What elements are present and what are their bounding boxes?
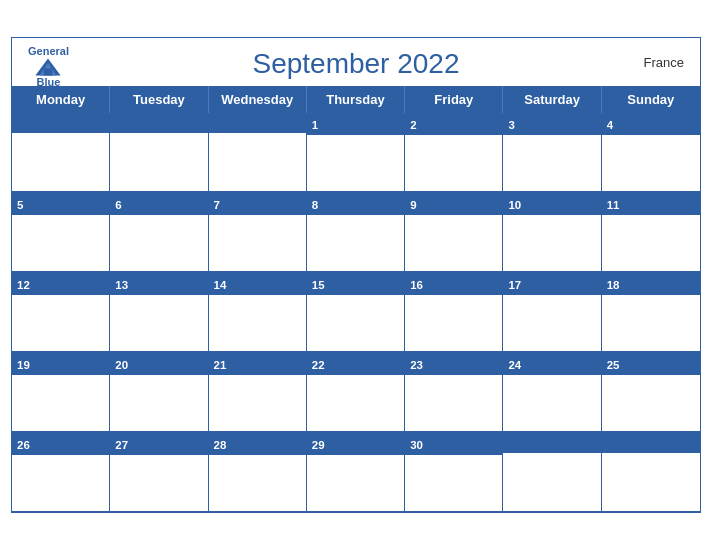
- day-body: [405, 455, 502, 511]
- day-cell: 17: [503, 273, 601, 352]
- day-cell: 25: [602, 353, 700, 432]
- day-cell: 24: [503, 353, 601, 432]
- day-number: 7: [214, 199, 220, 211]
- day-number-bar: 3: [503, 113, 600, 135]
- day-body: [209, 455, 306, 511]
- day-cell: [602, 433, 700, 512]
- day-header-tuesday: Tuesday: [110, 86, 208, 113]
- day-number-bar: 10: [503, 193, 600, 215]
- day-cell: 2: [405, 113, 503, 192]
- week-row-2: 567891011: [12, 193, 700, 273]
- day-cell: 21: [209, 353, 307, 432]
- day-body: [503, 295, 600, 351]
- day-number-bar: 7: [209, 193, 306, 215]
- country-label: France: [644, 55, 684, 70]
- day-cell: 28: [209, 433, 307, 512]
- day-number: 13: [115, 279, 128, 291]
- day-cell: 10: [503, 193, 601, 272]
- day-body: [307, 295, 404, 351]
- day-number: 5: [17, 199, 23, 211]
- day-cell: 26: [12, 433, 110, 512]
- day-number-bar: 30: [405, 433, 502, 455]
- day-number: 1: [312, 119, 318, 131]
- day-body: [12, 295, 109, 351]
- day-number-bar: 8: [307, 193, 404, 215]
- day-cell: 13: [110, 273, 208, 352]
- day-number: 30: [410, 439, 423, 451]
- day-number-bar: 2: [405, 113, 502, 135]
- day-body: [209, 295, 306, 351]
- day-cell: 16: [405, 273, 503, 352]
- day-body: [602, 295, 700, 351]
- day-body: [307, 135, 404, 191]
- day-number: 16: [410, 279, 423, 291]
- day-number-bar: 22: [307, 353, 404, 375]
- day-number: 12: [17, 279, 30, 291]
- day-number-bar: 28: [209, 433, 306, 455]
- day-number: 24: [508, 359, 521, 371]
- day-body: [307, 215, 404, 271]
- day-number-bar: 9: [405, 193, 502, 215]
- day-body: [602, 135, 700, 191]
- day-body: [503, 375, 600, 431]
- day-header-friday: Friday: [405, 86, 503, 113]
- day-number: 14: [214, 279, 227, 291]
- day-body: [12, 375, 109, 431]
- day-cell: [503, 433, 601, 512]
- day-cell: 15: [307, 273, 405, 352]
- day-cell: 1: [307, 113, 405, 192]
- day-number-bar: 23: [405, 353, 502, 375]
- day-body: [12, 215, 109, 271]
- day-number-bar: [12, 113, 109, 133]
- day-number-bar: 29: [307, 433, 404, 455]
- day-body: [110, 375, 207, 431]
- day-number: 28: [214, 439, 227, 451]
- day-number: 21: [214, 359, 227, 371]
- day-cell: 20: [110, 353, 208, 432]
- day-cell: 14: [209, 273, 307, 352]
- day-number: 20: [115, 359, 128, 371]
- day-number-bar: 26: [12, 433, 109, 455]
- day-header-monday: Monday: [12, 86, 110, 113]
- days-header: Monday Tuesday Wednesday Thursday Friday…: [12, 86, 700, 113]
- day-body: [405, 295, 502, 351]
- calendar-body: 1234567891011121314151617181920212223242…: [12, 113, 700, 512]
- day-number-bar: 4: [602, 113, 700, 135]
- svg-rect-2: [44, 68, 52, 75]
- day-number-bar: 15: [307, 273, 404, 295]
- month-title: September 2022: [252, 48, 459, 80]
- day-number: 15: [312, 279, 325, 291]
- day-body: [110, 455, 207, 511]
- day-number: 17: [508, 279, 521, 291]
- day-number-bar: [209, 113, 306, 133]
- day-number: 11: [607, 199, 620, 211]
- day-number: 26: [17, 439, 30, 451]
- day-cell: 27: [110, 433, 208, 512]
- day-body: [209, 215, 306, 271]
- day-body: [602, 375, 700, 431]
- day-number: 2: [410, 119, 416, 131]
- day-number: 4: [607, 119, 613, 131]
- week-row-3: 12131415161718: [12, 273, 700, 353]
- day-number: 10: [508, 199, 521, 211]
- day-number-bar: 24: [503, 353, 600, 375]
- day-body: [209, 375, 306, 431]
- day-number: 25: [607, 359, 620, 371]
- week-row-1: 1234: [12, 113, 700, 193]
- day-number-bar: 6: [110, 193, 207, 215]
- logo-general-text: General: [28, 46, 69, 57]
- day-number-bar: [110, 113, 207, 133]
- day-number: 9: [410, 199, 416, 211]
- day-cell: 23: [405, 353, 503, 432]
- calendar: General Blue September 2022 France Monda…: [11, 37, 701, 513]
- logo-icon: [34, 57, 62, 77]
- day-cell: 4: [602, 113, 700, 192]
- day-number: 19: [17, 359, 30, 371]
- day-number-bar: 13: [110, 273, 207, 295]
- week-row-4: 19202122232425: [12, 353, 700, 433]
- day-header-saturday: Saturday: [503, 86, 601, 113]
- day-number-bar: 11: [602, 193, 700, 215]
- day-body: [405, 215, 502, 271]
- day-cell: 29: [307, 433, 405, 512]
- day-cell: 11: [602, 193, 700, 272]
